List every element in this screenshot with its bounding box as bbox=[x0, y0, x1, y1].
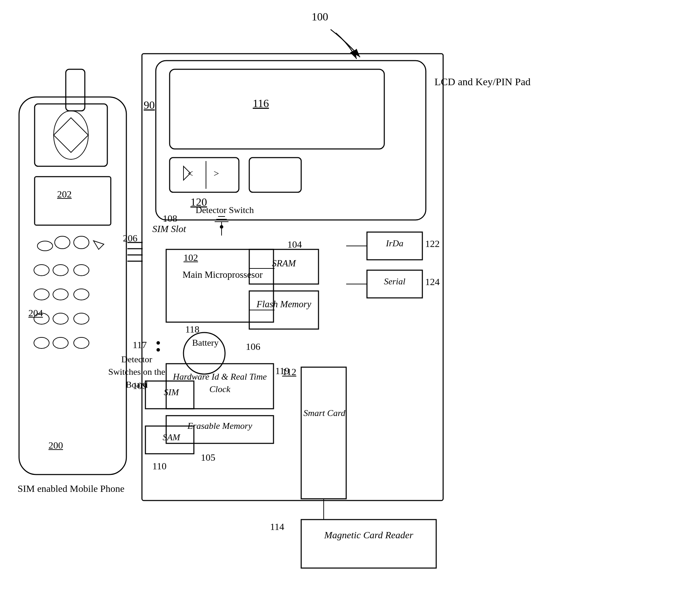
svg-point-40 bbox=[34, 337, 49, 348]
battery-label: Battery bbox=[192, 338, 219, 348]
ref-116: 116 bbox=[253, 97, 269, 110]
svg-point-38 bbox=[53, 313, 68, 324]
svg-rect-21 bbox=[19, 97, 126, 475]
ref-202: 202 bbox=[57, 189, 72, 200]
magnetic-card-reader-label: Magnetic Card Reader bbox=[301, 528, 436, 542]
ref-100: 100 bbox=[312, 10, 328, 23]
svg-point-41 bbox=[53, 337, 68, 348]
ref-122: 122 bbox=[425, 238, 440, 249]
svg-point-42 bbox=[74, 337, 89, 348]
ref-110: 110 bbox=[152, 461, 167, 472]
svg-rect-22 bbox=[66, 69, 85, 111]
svg-rect-8 bbox=[249, 158, 301, 192]
ref-206: 206 bbox=[123, 233, 137, 244]
ref-124: 124 bbox=[425, 276, 440, 287]
svg-rect-23 bbox=[35, 104, 107, 166]
diagram: < > bbox=[0, 0, 700, 593]
ref-118: 118 bbox=[185, 324, 199, 335]
svg-rect-17 bbox=[301, 367, 346, 499]
ref-112: 112 bbox=[282, 366, 296, 378]
erasable-memory-label: Erasable Memory bbox=[166, 421, 273, 431]
irda-label: IrDa bbox=[367, 238, 422, 249]
ref-109: 109 bbox=[133, 380, 147, 391]
svg-marker-4 bbox=[183, 166, 190, 180]
ref-200: 200 bbox=[48, 440, 63, 451]
svg-point-27 bbox=[37, 241, 53, 251]
svg-point-34 bbox=[34, 289, 49, 300]
svg-rect-2 bbox=[170, 69, 384, 149]
svg-point-35 bbox=[53, 289, 68, 300]
svg-rect-26 bbox=[35, 177, 111, 225]
svg-point-54 bbox=[156, 341, 160, 345]
ref-114: 114 bbox=[270, 521, 284, 532]
svg-text:>: > bbox=[214, 168, 219, 179]
ref-106: 106 bbox=[246, 341, 260, 352]
svg-rect-3 bbox=[170, 158, 239, 192]
svg-rect-20 bbox=[301, 520, 436, 568]
sam-card-label: SAM bbox=[149, 432, 194, 443]
lcd-keypad-label: LCD and Key/PIN Pad bbox=[434, 74, 530, 89]
svg-point-55 bbox=[156, 348, 160, 352]
svg-point-32 bbox=[53, 265, 68, 276]
svg-marker-25 bbox=[54, 118, 88, 152]
ref-108: 108 bbox=[163, 213, 177, 224]
ref-204: 204 bbox=[28, 308, 43, 319]
svg-point-39 bbox=[74, 313, 89, 324]
detector-switch-label: Detector Switch bbox=[196, 204, 254, 216]
svg-marker-30 bbox=[93, 241, 104, 249]
smart-card-label: Smart Card bbox=[302, 407, 347, 419]
ref-104: 104 bbox=[287, 239, 302, 250]
svg-text:<: < bbox=[188, 168, 193, 179]
svg-point-53 bbox=[220, 225, 223, 229]
svg-point-33 bbox=[74, 265, 89, 276]
svg-point-28 bbox=[55, 236, 70, 249]
ref-90: 90 bbox=[144, 99, 155, 112]
svg-point-29 bbox=[74, 236, 89, 249]
ref-105: 105 bbox=[201, 452, 215, 463]
diagram-svg: < > bbox=[0, 0, 700, 593]
sim-card-label: SIM bbox=[149, 387, 194, 398]
sim-phone-label: SIM enabled Mobile Phone bbox=[9, 483, 133, 494]
svg-point-31 bbox=[34, 265, 49, 276]
ref-102: 102 bbox=[183, 252, 198, 263]
flash-memory-label: Flash Memory bbox=[249, 298, 318, 311]
main-micro-label: Main Microprossesor bbox=[169, 268, 276, 282]
svg-point-36 bbox=[74, 289, 89, 300]
sram-label: SRAM bbox=[249, 258, 318, 269]
ref-117: 117 bbox=[133, 339, 147, 351]
svg-point-24 bbox=[54, 111, 88, 159]
sim-slot-label: SIM Slot bbox=[152, 223, 186, 234]
serial-label: Serial bbox=[367, 276, 422, 287]
